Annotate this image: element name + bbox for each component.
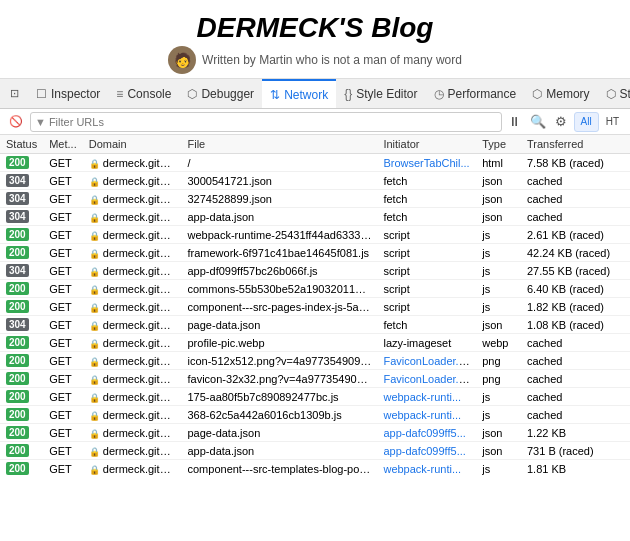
col-header-file[interactable]: File (182, 135, 378, 154)
table-row[interactable]: 304 GET 🔒 dermeck.github... app-df099ff5… (0, 262, 630, 280)
devtools-toggle-icon[interactable]: ⊡ (0, 79, 28, 109)
devtools-toolbar: ⊡ ☐ Inspector ≡ Console ⬡ Debugger ⇅ Net… (0, 79, 630, 109)
initiator-text: script (383, 301, 409, 313)
tab-console[interactable]: ≡ Console (108, 79, 179, 109)
initiator-text: script (383, 247, 409, 259)
cell-transferred: cached (521, 172, 630, 190)
cell-type: png (476, 352, 521, 370)
initiator-link[interactable]: webpack-runti... (383, 409, 461, 421)
cell-transferred: 42.24 KB (raced) (521, 244, 630, 262)
cell-status: 200 (0, 298, 43, 316)
col-header-domain[interactable]: Domain (83, 135, 182, 154)
tab-storage[interactable]: ⬡ Storag (598, 79, 630, 109)
cell-file: component---src-templates-blog-post-js-e… (182, 460, 378, 476)
cell-method: GET (43, 334, 83, 352)
cell-file: page-data.json (182, 424, 378, 442)
cell-type: js (476, 298, 521, 316)
cell-method: GET (43, 262, 83, 280)
col-header-method[interactable]: Met... (43, 135, 83, 154)
pause-button[interactable]: ⏸ (504, 111, 526, 133)
network-table: Status Met... Domain File Initiator Type… (0, 135, 630, 475)
table-row[interactable]: 200 GET 🔒 dermeck.github... component---… (0, 298, 630, 316)
cell-type: json (476, 208, 521, 226)
cell-status: 200 (0, 388, 43, 406)
cell-file: 175-aa80f5b7c890892477bc.js (182, 388, 378, 406)
table-header-row: Status Met... Domain File Initiator Type… (0, 135, 630, 154)
initiator-text: script (383, 265, 409, 277)
col-header-initiator[interactable]: Initiator (377, 135, 476, 154)
cell-transferred: 7.58 KB (raced) (521, 154, 630, 172)
cell-type: js (476, 280, 521, 298)
col-header-type[interactable]: Type (476, 135, 521, 154)
filter-input[interactable] (49, 116, 497, 128)
storage-icon: ⬡ (606, 87, 616, 101)
tab-network-label: Network (284, 88, 328, 102)
table-row[interactable]: 200 GET 🔒 dermeck.github... commons-55b5… (0, 280, 630, 298)
clear-requests-button[interactable]: 🚫 (4, 112, 28, 132)
table-row[interactable]: 200 GET 🔒 dermeck.github... component---… (0, 460, 630, 476)
cell-domain: 🔒 dermeck.github... (83, 460, 182, 476)
tab-network[interactable]: ⇅ Network (262, 79, 336, 109)
table-row[interactable]: 200 GET 🔒 dermeck.github... framework-6f… (0, 244, 630, 262)
cell-domain: 🔒 dermeck.github... (83, 172, 182, 190)
cell-transferred: 1.08 KB (raced) (521, 316, 630, 334)
cell-status: 200 (0, 424, 43, 442)
cell-method: GET (43, 388, 83, 406)
initiator-link[interactable]: app-dafc099ff5... (383, 445, 465, 457)
cell-initiator: script (377, 262, 476, 280)
table-row[interactable]: 200 GET 🔒 dermeck.github... page-data.js… (0, 424, 630, 442)
blog-title: DERMECK'S Blog (0, 12, 630, 44)
filter-all-button[interactable]: All (574, 112, 599, 132)
cell-file: icon-512x512.png?v=4a9773549091c227cd2eb… (182, 352, 378, 370)
cell-status: 200 (0, 334, 43, 352)
cell-type: js (476, 406, 521, 424)
cell-transferred: cached (521, 388, 630, 406)
initiator-link[interactable]: FaviconLoader.j... (383, 355, 470, 367)
table-row[interactable]: 200 GET 🔒 dermeck.github... 368-62c5a442… (0, 406, 630, 424)
filter-input-wrap: ▼ (30, 112, 502, 132)
search-button[interactable]: 🔍 (527, 111, 549, 133)
initiator-link[interactable]: app-dafc099ff5... (383, 427, 465, 439)
tab-memory-label: Memory (546, 87, 589, 101)
table-row[interactable]: 304 GET 🔒 dermeck.github... 3274528899.j… (0, 190, 630, 208)
initiator-link[interactable]: BrowserTabChil... (383, 157, 469, 169)
tab-inspector[interactable]: ☐ Inspector (28, 79, 108, 109)
table-row[interactable]: 200 GET 🔒 dermeck.github... / BrowserTab… (0, 154, 630, 172)
cell-status: 304 (0, 316, 43, 334)
settings-button[interactable]: ⚙ (550, 111, 572, 133)
tab-debugger[interactable]: ⬡ Debugger (179, 79, 262, 109)
table-row[interactable]: 304 GET 🔒 dermeck.github... 3000541721.j… (0, 172, 630, 190)
filter-types: All HT (574, 112, 626, 132)
table-row[interactable]: 304 GET 🔒 dermeck.github... page-data.js… (0, 316, 630, 334)
cell-type: js (476, 262, 521, 280)
table-row[interactable]: 200 GET 🔒 dermeck.github... icon-512x512… (0, 352, 630, 370)
cell-type: png (476, 370, 521, 388)
cell-file: webpack-runtime-25431ff44ad63338d1ea.js (182, 226, 378, 244)
initiator-link[interactable]: webpack-runti... (383, 391, 461, 403)
debugger-icon: ⬡ (187, 87, 197, 101)
table-row[interactable]: 200 GET 🔒 dermeck.github... 175-aa80f5b7… (0, 388, 630, 406)
cell-domain: 🔒 dermeck.github... (83, 298, 182, 316)
cell-initiator: script (377, 244, 476, 262)
initiator-link[interactable]: FaviconLoader.j... (383, 373, 470, 385)
table-row[interactable]: 200 GET 🔒 dermeck.github... profile-pic.… (0, 334, 630, 352)
cell-transferred: 27.55 KB (raced) (521, 262, 630, 280)
tab-style-editor[interactable]: {} Style Editor (336, 79, 425, 109)
cell-initiator: app-dafc099ff5... (377, 442, 476, 460)
cell-file: app-data.json (182, 208, 378, 226)
cell-status: 200 (0, 352, 43, 370)
tab-performance[interactable]: ◷ Performance (426, 79, 525, 109)
table-row[interactable]: 200 GET 🔒 dermeck.github... webpack-runt… (0, 226, 630, 244)
cell-initiator: BrowserTabChil... (377, 154, 476, 172)
table-row[interactable]: 200 GET 🔒 dermeck.github... app-data.jso… (0, 442, 630, 460)
cell-type: js (476, 226, 521, 244)
table-row[interactable]: 200 GET 🔒 dermeck.github... favicon-32x3… (0, 370, 630, 388)
table-row[interactable]: 304 GET 🔒 dermeck.github... app-data.jso… (0, 208, 630, 226)
tab-memory[interactable]: ⬡ Memory (524, 79, 597, 109)
initiator-link[interactable]: webpack-runti... (383, 463, 461, 475)
cell-method: GET (43, 226, 83, 244)
cell-type: json (476, 442, 521, 460)
col-header-transferred[interactable]: Transferred (521, 135, 630, 154)
filter-html-button[interactable]: HT (599, 112, 626, 132)
col-header-status[interactable]: Status (0, 135, 43, 154)
